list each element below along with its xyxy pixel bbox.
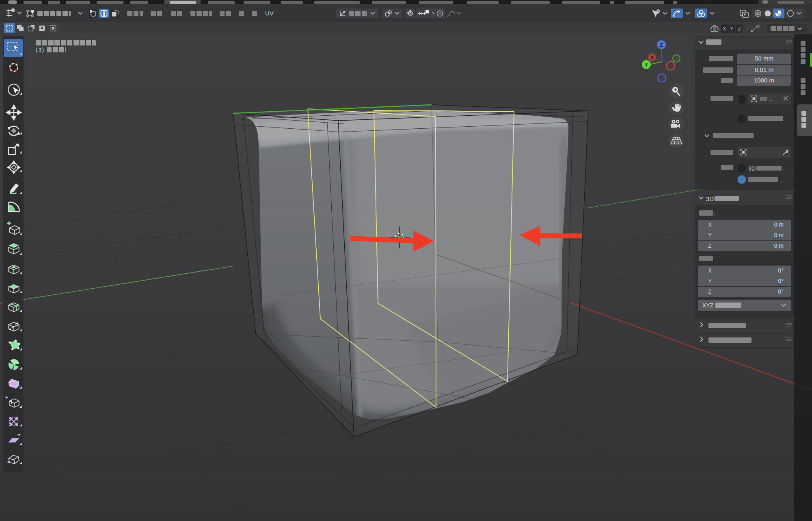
svg-text:0 m: 0 m <box>774 221 784 228</box>
svg-text:Y: Y <box>708 278 712 284</box>
svg-text:3D: 3D <box>706 195 714 202</box>
svg-text:0°: 0° <box>778 288 784 295</box>
svg-text:XYZ: XYZ <box>702 302 714 309</box>
svg-text::: : <box>714 255 715 262</box>
svg-text:1000 m: 1000 m <box>754 77 774 84</box>
svg-text:Z: Z <box>708 288 712 295</box>
svg-text:50 mm: 50 mm <box>755 55 773 62</box>
svg-text:...: ... <box>780 177 784 183</box>
svg-text:0 m: 0 m <box>774 232 784 238</box>
svg-text:...: ... <box>769 96 773 102</box>
svg-text:X: X <box>708 221 712 228</box>
svg-text:...: ... <box>783 165 787 171</box>
svg-text:3D: 3D <box>748 165 756 172</box>
svg-text:Z: Z <box>708 242 712 249</box>
svg-text:0.01 m: 0.01 m <box>755 66 773 73</box>
svg-text::: : <box>714 210 715 216</box>
svg-text:0 m: 0 m <box>774 242 784 249</box>
svg-text:Y: Y <box>645 62 648 68</box>
svg-text:Z: Z <box>660 42 663 48</box>
svg-text:X: X <box>708 267 712 274</box>
svg-text:0°: 0° <box>778 267 784 274</box>
svg-text:X: X <box>650 55 654 61</box>
svg-text:Y: Y <box>708 232 712 238</box>
svg-text:0°: 0° <box>778 278 784 284</box>
